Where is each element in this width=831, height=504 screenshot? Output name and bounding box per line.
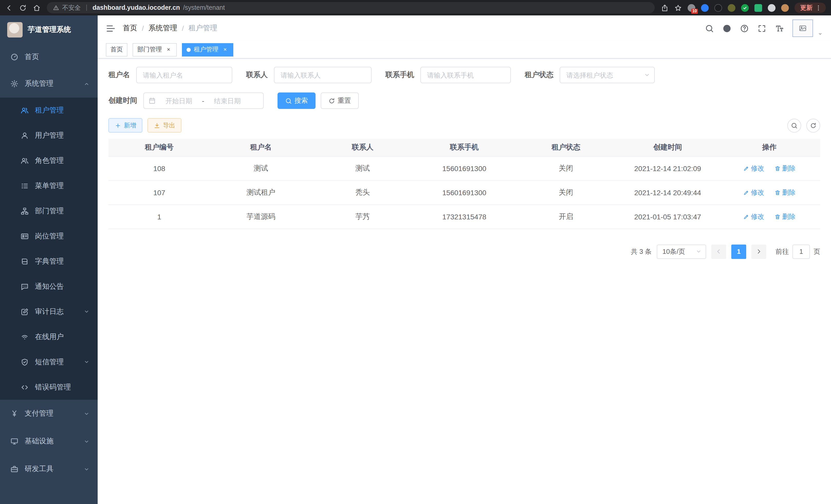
browser-chrome: 不安全 dashboard.yudao.iocoder.cn /system/t… xyxy=(0,0,831,16)
sidebar-item-dev-tools[interactable]: 研发工具 xyxy=(0,455,98,483)
sidebar-item-post[interactable]: 岗位管理 xyxy=(0,224,98,249)
breadcrumb-item[interactable]: 系统管理 xyxy=(148,24,177,33)
goto-page-input[interactable] xyxy=(793,244,810,259)
browser-update-button[interactable]: 更新 xyxy=(795,3,826,13)
font-size-icon[interactable] xyxy=(775,24,784,33)
search-icon[interactable] xyxy=(705,24,714,33)
start-date-input[interactable] xyxy=(158,97,200,105)
mobile-input[interactable] xyxy=(420,67,511,83)
user-avatar[interactable] xyxy=(793,20,813,37)
avatar-caret-down-icon[interactable] xyxy=(818,32,823,37)
code-icon xyxy=(21,383,29,391)
trash-icon xyxy=(774,189,781,196)
edit-link[interactable]: 修改 xyxy=(743,164,764,173)
add-button[interactable]: 新增 xyxy=(109,118,142,132)
sidebar-item-dept[interactable]: 部门管理 xyxy=(0,198,98,224)
sidebar-item-infra[interactable]: 基础设施 xyxy=(0,427,98,455)
sidebar-item-error-code[interactable]: 错误码管理 xyxy=(0,375,98,400)
tab-close-icon[interactable]: × xyxy=(165,46,172,53)
app-logo[interactable]: 芋道管理系统 xyxy=(0,16,98,44)
browser-home-icon[interactable] xyxy=(33,4,40,11)
extension-icon[interactable] xyxy=(728,4,736,11)
browser-reload-icon[interactable] xyxy=(19,4,27,11)
share-icon[interactable] xyxy=(661,4,668,11)
online-signal-icon xyxy=(21,333,29,341)
tenant-name-input[interactable] xyxy=(136,67,232,83)
sidebar-collapse-icon[interactable] xyxy=(106,23,116,33)
sidebar-item-label: 通知公告 xyxy=(35,282,64,291)
end-date-input[interactable] xyxy=(206,97,249,105)
main-area: 首页 / 系统管理 / 租户管理 xyxy=(98,16,831,504)
breadcrumb-item[interactable]: 首页 xyxy=(123,24,137,33)
sidebar-item-system[interactable]: 系统管理 xyxy=(0,70,98,98)
sidebar-item-home[interactable]: 首页 xyxy=(0,44,98,70)
fullscreen-icon[interactable] xyxy=(757,24,766,33)
status-select-input[interactable] xyxy=(560,67,655,83)
extension-icon[interactable] xyxy=(754,4,762,11)
system-submenu: 租户管理 用户管理 角色管理 菜单管理 xyxy=(0,98,98,400)
sidebar-item-menu[interactable]: 菜单管理 xyxy=(0,173,98,198)
extension-icon[interactable] xyxy=(714,4,722,11)
url-domain: dashboard.yudao.iocoder.cn xyxy=(92,4,180,11)
browser-back-icon[interactable] xyxy=(5,4,13,11)
field-label: 租户名 xyxy=(109,70,130,80)
tab-tenant[interactable]: 租户管理 × xyxy=(182,43,233,56)
extensions-menu-icon[interactable] xyxy=(768,4,775,11)
sidebar-item-notice[interactable]: 通知公告 xyxy=(0,274,98,299)
not-secure-warning-icon xyxy=(53,5,59,11)
dict-book-icon xyxy=(21,257,29,265)
reset-button[interactable]: 重置 xyxy=(321,92,359,109)
address-divider xyxy=(86,5,87,11)
sidebar-item-dict[interactable]: 字典管理 xyxy=(0,249,98,274)
sidebar-item-online-user[interactable]: 在线用户 xyxy=(0,324,98,349)
search-button[interactable]: 搜索 xyxy=(278,92,316,109)
help-question-icon[interactable] xyxy=(740,24,749,33)
browser-profile-avatar[interactable] xyxy=(781,4,789,11)
column-header: 联系人 xyxy=(312,139,413,156)
delete-link[interactable]: 删除 xyxy=(774,212,796,221)
sidebar-item-sms[interactable]: 短信管理 xyxy=(0,349,98,375)
browser-menu-icon[interactable] xyxy=(815,4,822,11)
sidebar-item-tenant[interactable]: 租户管理 xyxy=(0,98,98,123)
tab-close-icon[interactable]: × xyxy=(222,46,229,53)
next-page-button[interactable] xyxy=(751,244,766,259)
delete-link[interactable]: 删除 xyxy=(774,164,796,173)
toggle-search-button[interactable] xyxy=(787,118,801,132)
monitor-icon xyxy=(10,437,19,445)
github-icon[interactable] xyxy=(722,24,731,33)
tab-dept[interactable]: 部门管理 × xyxy=(133,43,177,56)
contact-input[interactable] xyxy=(274,67,372,83)
date-range-picker[interactable]: - xyxy=(143,92,264,109)
address-bar[interactable]: 不安全 dashboard.yudao.iocoder.cn /system/t… xyxy=(47,2,655,13)
sidebar-item-label: 研发工具 xyxy=(25,465,53,474)
edit-link[interactable]: 修改 xyxy=(743,212,764,221)
cell-created: 2021-12-14 20:49:44 xyxy=(617,180,718,205)
page-number-button[interactable]: 1 xyxy=(731,244,746,259)
table-row: 108 测试 测试 15601691300 关闭 2021-12-14 21:0… xyxy=(109,156,820,180)
prev-page-button[interactable] xyxy=(711,244,726,259)
table-row: 1 芋道源码 芋艿 17321315478 开启 2021-01-05 17:0… xyxy=(109,205,820,229)
refresh-table-button[interactable] xyxy=(806,118,820,132)
edit-link[interactable]: 修改 xyxy=(743,188,764,197)
user-icon xyxy=(21,131,29,140)
extension-icon[interactable]: 10 xyxy=(688,4,695,11)
update-label: 更新 xyxy=(800,3,812,12)
sidebar-item-audit-log[interactable]: 审计日志 xyxy=(0,299,98,324)
sidebar-item-user[interactable]: 用户管理 xyxy=(0,123,98,148)
status-select[interactable] xyxy=(560,67,655,83)
extension-icon[interactable] xyxy=(701,4,709,11)
tab-home[interactable]: 首页 xyxy=(106,43,127,56)
delete-link[interactable]: 删除 xyxy=(774,188,796,197)
extension-check-icon[interactable] xyxy=(741,4,749,11)
delete-label: 删除 xyxy=(782,164,796,173)
sidebar-item-label: 菜单管理 xyxy=(35,181,64,190)
bookmark-star-icon[interactable] xyxy=(674,4,682,11)
page-size-select[interactable]: 10条/页 xyxy=(657,244,706,259)
sidebar-item-pay[interactable]: 支付管理 xyxy=(0,400,98,427)
sidebar-item-role[interactable]: 角色管理 xyxy=(0,148,98,173)
search-icon xyxy=(791,122,798,129)
cell-phone: 17321315478 xyxy=(413,205,515,229)
cell-phone: 15601691300 xyxy=(413,180,515,205)
sidebar: 芋道管理系统 首页 系统管理 租户管理 xyxy=(0,16,98,504)
export-button[interactable]: 导出 xyxy=(147,118,181,132)
